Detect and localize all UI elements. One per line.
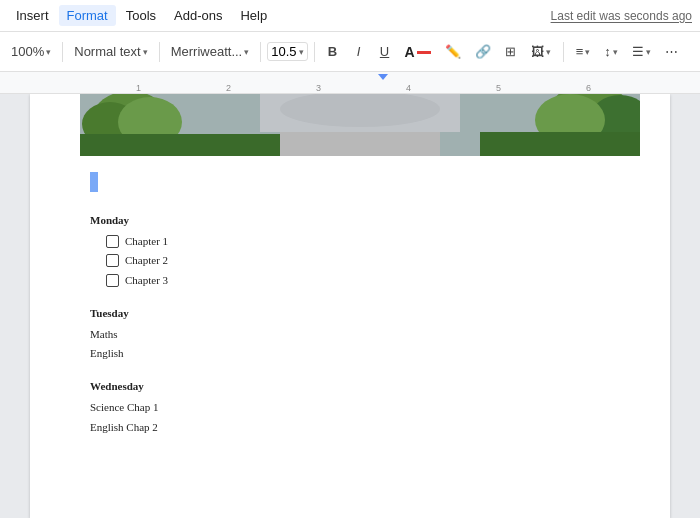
monday-section: Monday Chapter 1 Chapter 2 Chapter 3 (90, 212, 610, 291)
checklist-item-2: Chapter 2 (106, 251, 610, 271)
ruler-mark-5: 5 (496, 83, 501, 93)
more-icon: ⋯ (665, 44, 678, 59)
chapter-2-label: Chapter 2 (125, 251, 168, 271)
ruler-mark-6: 6 (586, 83, 591, 93)
list-chevron-icon: ▾ (646, 47, 651, 57)
line-spacing-chevron-icon: ▾ (613, 47, 618, 57)
cursor-container (90, 172, 610, 200)
tuesday-header: Tuesday (90, 305, 610, 323)
font-size-value: 10.5 (271, 44, 296, 59)
menu-insert[interactable]: Insert (8, 5, 57, 26)
image-chevron-icon: ▾ (546, 47, 551, 57)
image-button[interactable]: 🖼 ▾ (525, 40, 557, 63)
wednesday-section: Wednesday Science Chap 1 English Chap 2 (90, 378, 610, 437)
zoom-dropdown[interactable]: 100% ▾ (6, 41, 56, 62)
more-button[interactable]: ⋯ (659, 40, 684, 63)
style-value: Normal text (74, 44, 140, 59)
line-spacing-icon: ↕ (604, 44, 611, 59)
text-cursor (90, 172, 98, 192)
checklist-item-1: Chapter 1 (106, 232, 610, 252)
separator-1 (62, 42, 63, 62)
monday-header: Monday (90, 212, 610, 230)
document-area: Monday Chapter 1 Chapter 2 Chapter 3 Tue… (0, 94, 700, 518)
english-item: English (90, 344, 610, 364)
checklist-item-3: Chapter 3 (106, 271, 610, 291)
separator-5 (563, 42, 564, 62)
image-icon: 🖼 (531, 44, 544, 59)
ruler-indent-marker[interactable] (378, 74, 388, 80)
zoom-value: 100% (11, 44, 44, 59)
svg-rect-4 (80, 134, 280, 156)
landscape-svg (80, 94, 640, 156)
align-chevron-icon: ▾ (585, 47, 590, 57)
last-edit-status: Last edit was seconds ago (551, 9, 692, 23)
science-chap1-item: Science Chap 1 (90, 398, 610, 418)
checkbox-3[interactable] (106, 274, 119, 287)
zoom-chevron-icon: ▾ (46, 47, 51, 57)
font-chevron-icon: ▾ (244, 47, 249, 57)
link-button[interactable]: 🔗 (469, 40, 497, 63)
english-chap2-item: English Chap 2 (90, 418, 610, 438)
style-chevron-icon: ▾ (143, 47, 148, 57)
menu-bar: Insert Format Tools Add-ons Help Last ed… (0, 0, 700, 32)
link-icon: 🔗 (475, 44, 491, 59)
table-icon: ⊞ (505, 44, 516, 59)
maths-item: Maths (90, 325, 610, 345)
ruler-mark-1: 1 (136, 83, 141, 93)
menu-format[interactable]: Format (59, 5, 116, 26)
align-button[interactable]: ≡ ▾ (570, 40, 597, 63)
font-dropdown[interactable]: Merriweatt... ▾ (166, 41, 255, 62)
wednesday-header: Wednesday (90, 378, 610, 396)
chapter-3-label: Chapter 3 (125, 271, 168, 291)
bold-button[interactable]: B (321, 40, 345, 63)
highlight-icon: ✏️ (445, 44, 461, 59)
font-size-chevron-icon: ▾ (299, 47, 304, 57)
doc-image[interactable] (80, 94, 640, 156)
doc-content: Monday Chapter 1 Chapter 2 Chapter 3 Tue… (90, 156, 610, 437)
ruler-inner: 1 2 3 4 5 6 (56, 72, 700, 93)
toolbar: 100% ▾ Normal text ▾ Merriweatt... ▾ 10.… (0, 32, 700, 72)
svg-rect-8 (480, 132, 640, 156)
font-value: Merriweatt... (171, 44, 243, 59)
text-color-icon: A (405, 44, 415, 60)
text-color-indicator (417, 51, 431, 54)
underline-button[interactable]: U (373, 40, 397, 63)
svg-rect-9 (280, 129, 440, 156)
italic-button[interactable]: I (347, 40, 371, 63)
doc-page: Monday Chapter 1 Chapter 2 Chapter 3 Tue… (30, 94, 670, 518)
checkbox-1[interactable] (106, 235, 119, 248)
font-size-control[interactable]: 10.5 ▾ (267, 42, 307, 61)
ruler-mark-4: 4 (406, 83, 411, 93)
ruler: 1 2 3 4 5 6 (0, 72, 700, 94)
chapter-1-label: Chapter 1 (125, 232, 168, 252)
text-color-button[interactable]: A (399, 40, 437, 64)
separator-4 (314, 42, 315, 62)
ruler-mark-3: 3 (316, 83, 321, 93)
highlight-button[interactable]: ✏️ (439, 40, 467, 63)
line-spacing-button[interactable]: ↕ ▾ (598, 40, 624, 63)
separator-3 (260, 42, 261, 62)
tuesday-section: Tuesday Maths English (90, 305, 610, 364)
style-dropdown[interactable]: Normal text ▾ (69, 41, 152, 62)
list-icon: ☰ (632, 44, 644, 59)
table-button[interactable]: ⊞ (499, 40, 523, 63)
menu-help[interactable]: Help (232, 5, 275, 26)
separator-2 (159, 42, 160, 62)
menu-tools[interactable]: Tools (118, 5, 164, 26)
menu-addons[interactable]: Add-ons (166, 5, 230, 26)
list-button[interactable]: ☰ ▾ (626, 40, 657, 63)
ruler-mark-2: 2 (226, 83, 231, 93)
checkbox-2[interactable] (106, 254, 119, 267)
align-icon: ≡ (576, 44, 584, 59)
